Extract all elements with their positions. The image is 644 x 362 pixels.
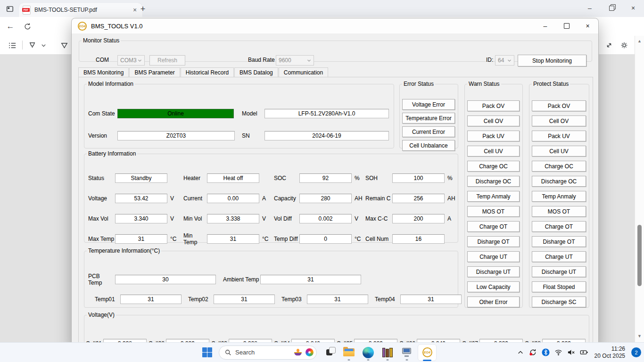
com-port-select[interactable]: COM3 <box>117 55 145 66</box>
start-button[interactable] <box>198 343 216 362</box>
scroll-up-icon[interactable]: ▲ <box>635 39 644 43</box>
toolbar-divider <box>22 41 23 49</box>
warn-status-button[interactable]: Disharge OT <box>467 236 520 247</box>
tab-actions-icon[interactable] <box>5 4 15 14</box>
task-view-button[interactable] <box>320 343 339 362</box>
app-tab[interactable]: Communication <box>279 67 328 77</box>
update-sync-icon[interactable] <box>529 348 537 357</box>
warn-status-button[interactable]: Other Error <box>467 296 520 307</box>
settings-gear-icon[interactable] <box>619 40 630 51</box>
app-tab[interactable]: BMS Monitoring <box>78 67 129 77</box>
taskbar-search[interactable]: Search <box>219 346 317 360</box>
app-tab[interactable]: BMS Parameter <box>129 67 180 77</box>
protect-status-button[interactable]: MOS OT <box>532 206 586 217</box>
volume-muted-icon[interactable] <box>567 348 576 357</box>
winrar-icon <box>382 348 393 357</box>
pcb-temp-value: 30 <box>115 275 216 284</box>
protect-status-button[interactable]: Charge OT <box>532 221 586 232</box>
error-status-button[interactable]: Voltage Error <box>402 99 455 110</box>
chevron-down-icon[interactable] <box>40 40 47 51</box>
protect-status-button[interactable]: Discharge UT <box>532 266 586 277</box>
app-tab[interactable]: Historical Record <box>181 67 234 77</box>
expand-icon[interactable] <box>603 40 615 51</box>
battery-field-label: SOH <box>365 175 392 181</box>
battery-field-label: Max Vol <box>88 215 115 222</box>
app-maximize-button[interactable] <box>556 18 577 33</box>
battery-field-label: Min Temp <box>183 232 207 246</box>
warn-status-button[interactable]: Charge OT <box>467 221 520 232</box>
error-status-button[interactable]: Temperature Error <box>402 113 455 123</box>
model-label: Model <box>242 110 264 117</box>
toc-icon[interactable] <box>7 40 18 51</box>
file-explorer-button[interactable] <box>339 343 358 362</box>
bluetooth-icon[interactable] <box>542 348 550 357</box>
protect-status-button[interactable]: Discharge SC <box>532 296 586 307</box>
warn-status-button[interactable]: Charge OC <box>467 161 520 172</box>
pdf-scrollbar[interactable]: ▲ ▼ <box>635 36 644 342</box>
error-status-button[interactable]: Cell Unbalance <box>402 140 455 151</box>
warn-status-button[interactable]: Discharge UT <box>467 266 520 277</box>
protect-status-button[interactable]: Charge UT <box>532 251 586 262</box>
protect-status-button[interactable]: Cell UV <box>532 146 586 156</box>
new-tab-button[interactable]: + <box>138 4 148 14</box>
app-window-controls: – × <box>535 18 598 33</box>
protect-status-button[interactable]: Temp Anmaly <box>532 191 586 202</box>
stop-monitoring-button[interactable]: Stop Monitoring <box>518 55 586 66</box>
temp-sensor-value: 31 <box>120 295 182 304</box>
protect-status-button[interactable]: Pack OV <box>532 100 586 111</box>
id-select[interactable]: 64 <box>495 55 514 66</box>
notification-badge[interactable]: 2 <box>631 347 641 357</box>
protect-status-button[interactable]: Cell OV <box>532 115 586 126</box>
scrollbar-thumb[interactable] <box>637 225 642 286</box>
edge-button[interactable] <box>358 343 378 362</box>
device-manager-button[interactable] <box>397 343 416 362</box>
app-minimize-button[interactable]: – <box>535 18 556 33</box>
taskbar-clock[interactable]: 11:26 20 Oct 2025 <box>594 346 625 360</box>
pdf-file-icon: PDF <box>23 6 31 15</box>
search-label: Search <box>235 349 290 356</box>
warn-status-button[interactable]: Pack UV <box>467 131 520 141</box>
warn-status-button[interactable]: MOS OT <box>467 206 520 217</box>
browser-tab[interactable]: PDF BMS-TOOLS-SETUP.pdf × <box>19 3 142 17</box>
winrar-button[interactable] <box>378 343 397 362</box>
bms-tools-app-button[interactable]: EG4 <box>416 343 438 362</box>
app-close-button[interactable]: × <box>577 18 598 33</box>
draw-tool-icon[interactable] <box>58 40 70 51</box>
protect-status-button[interactable]: Discharge OC <box>532 176 586 187</box>
battery-field-label: Cell Num <box>365 236 392 242</box>
warn-status-button[interactable]: Charge UT <box>467 251 520 262</box>
warn-status-button[interactable]: Cell UV <box>467 146 520 156</box>
back-button[interactable]: ← <box>4 20 17 33</box>
battery-field-unit: % <box>352 175 365 181</box>
baud-rate-select[interactable]: 9600 <box>276 55 314 66</box>
battery-charging-icon[interactable] <box>580 348 588 357</box>
battery-field-unit: °C <box>259 236 274 242</box>
browser-close-button[interactable]: × <box>622 0 644 16</box>
app-tab[interactable]: BMS Datalog <box>234 67 278 77</box>
app-titlebar[interactable]: EG4 BMS_TOOLS V1.0 – × <box>72 18 598 33</box>
protect-status-button[interactable]: Charge OC <box>532 161 586 172</box>
browser-restore-button[interactable] <box>601 0 622 16</box>
warn-status-button[interactable]: Low Capacity <box>467 281 520 292</box>
refresh-com-button[interactable]: Refresh <box>149 55 185 66</box>
protect-status-button[interactable]: Pack UV <box>532 131 586 141</box>
warn-status-button[interactable]: Discharge OC <box>467 176 520 187</box>
wifi-icon[interactable] <box>554 348 563 357</box>
hidden-icons-chevron[interactable] <box>516 348 525 357</box>
refresh-button[interactable] <box>21 20 34 33</box>
browser-minimize-button[interactable]: – <box>579 0 601 16</box>
ambient-temp-value: 31 <box>260 275 361 284</box>
protect-status-group: Protect Status Pack OVCell OVPack UVCell… <box>529 81 589 308</box>
diya-lamp-icon[interactable] <box>294 349 302 356</box>
protect-status-button[interactable]: Float Stoped <box>532 281 586 292</box>
monitor-status-group: Monitor Status COM COM3 Refresh Baud Rat… <box>79 37 592 62</box>
warn-status-button[interactable]: Pack OV <box>467 100 520 111</box>
protect-status-button[interactable]: Disharge OT <box>532 236 586 247</box>
warn-status-button[interactable]: Temp Anmaly <box>467 191 520 202</box>
scroll-down-icon[interactable]: ▼ <box>635 334 644 338</box>
combo-chevron-icon <box>507 58 512 63</box>
highlighter-icon[interactable] <box>26 40 38 51</box>
rangoli-flower-icon[interactable] <box>305 348 314 356</box>
warn-status-button[interactable]: Cell OV <box>467 115 520 126</box>
error-status-button[interactable]: Current Error <box>402 126 455 137</box>
